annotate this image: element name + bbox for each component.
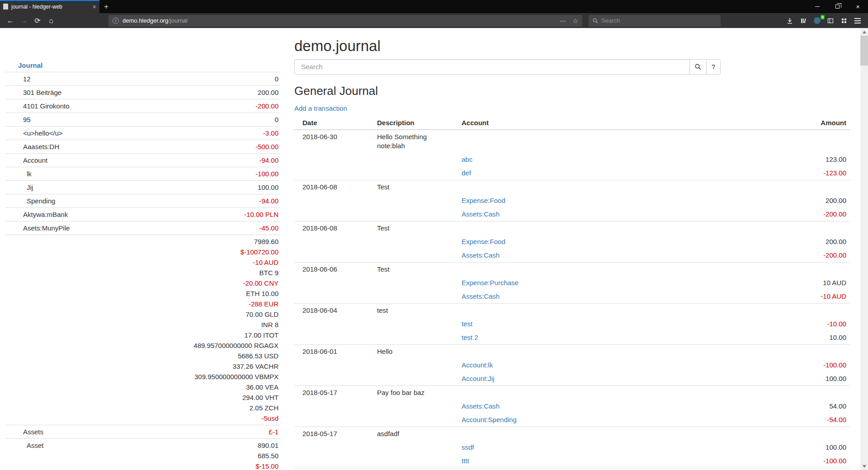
balance-amount: 0 xyxy=(275,114,278,125)
posting-account-link[interactable]: def xyxy=(462,169,471,177)
page-viewport: Journal 120301 Beiträge200.004101 Giroko… xyxy=(0,28,868,470)
transaction-description: Test xyxy=(373,468,458,470)
balance-amount: 200.00 xyxy=(258,87,278,98)
page-actions-icon[interactable]: ⋯ xyxy=(560,17,566,24)
search-help-button[interactable]: ? xyxy=(706,59,721,75)
transaction-description: test xyxy=(373,304,458,318)
balance-amount: -100.00 xyxy=(255,169,278,179)
balance-amount: -5usd xyxy=(193,413,278,423)
transaction-row[interactable]: 2018-06-30Hello Something note:blah xyxy=(294,130,850,153)
library-icon[interactable] xyxy=(797,15,810,27)
posting-row: Expense:Food200.00 xyxy=(294,235,850,249)
search-submit-button[interactable] xyxy=(689,59,707,75)
posting-row: ssdf100.00 xyxy=(294,441,850,454)
sidebar-account-link[interactable]: Asets:MunyPile xyxy=(5,223,70,233)
posting-account-link[interactable]: Account:lk xyxy=(462,361,493,369)
transaction-row[interactable]: 2018-06-01Hello xyxy=(294,345,850,359)
posting-account-link[interactable]: Expense:Purchase xyxy=(462,279,519,287)
posting-account-link[interactable]: Expense:Food xyxy=(462,197,505,204)
journal-search-input[interactable] xyxy=(294,59,690,75)
transaction-row[interactable]: 2018-05-17asdfadf xyxy=(294,427,850,441)
window-close-button[interactable]: × xyxy=(848,0,868,13)
extension-logo-icon xyxy=(814,17,821,24)
sidebar-journal-link[interactable]: Journal xyxy=(18,61,42,69)
transaction-row[interactable]: 2018-05-17Pay foo bar baz xyxy=(294,386,850,400)
sidebars-icon[interactable] xyxy=(824,15,837,27)
transaction-row[interactable]: 2018-06-04test xyxy=(294,304,850,318)
sidebar-account-link[interactable]: Aaasets:DH xyxy=(5,141,59,152)
reload-button[interactable]: ⟳ xyxy=(31,15,44,27)
posting-account-link[interactable]: Assets:Cash xyxy=(462,210,500,218)
menu-icon[interactable] xyxy=(851,15,864,27)
posting-account-link[interactable]: test xyxy=(462,320,472,328)
sidebar-account-link[interactable]: Asset xyxy=(5,440,44,451)
posting-amount: 100.00 xyxy=(764,441,850,454)
transaction-description: Test xyxy=(373,180,458,194)
hamburger-lines xyxy=(854,20,861,21)
vertical-scrollbar[interactable] xyxy=(860,28,868,470)
url-bar[interactable]: i demo.hledger.org /journal ⋯ ☆ xyxy=(108,15,582,27)
posting-account-link[interactable]: Account:Spending xyxy=(462,416,517,423)
transaction-row[interactable]: 2018-05-17Test xyxy=(294,468,850,470)
sidebar-account-link[interactable]: <u>hello</u> xyxy=(5,128,63,138)
balance-amount: 36.00 VEA xyxy=(193,382,278,392)
posting-account-link[interactable]: Account:Jij xyxy=(462,375,495,382)
posting-account-link[interactable]: abc xyxy=(462,155,472,163)
sidebar-accounts: 120301 Beiträge200.004101 Girokonto-200.… xyxy=(5,72,280,470)
balance-amount: 17.00 ITOT xyxy=(193,330,278,340)
browser-search-bar[interactable]: Search xyxy=(589,15,721,27)
sidebar-account-link[interactable]: 301 Beiträge xyxy=(5,87,61,98)
sidebar-account-link[interactable]: Account xyxy=(5,155,47,165)
bookmark-star-icon[interactable]: ☆ xyxy=(572,17,578,24)
sidebar-account-link[interactable]: Aktywa:mBank xyxy=(5,209,68,220)
transaction-row[interactable]: 2018-06-08Test xyxy=(294,180,850,194)
tab-close-icon[interactable]: × xyxy=(93,4,96,10)
posting-account-link[interactable]: tttt xyxy=(462,457,469,465)
sidebar-account-row: 950 xyxy=(5,113,280,126)
posting-account-link[interactable]: Expense:Food xyxy=(462,238,505,245)
window-restore-button[interactable] xyxy=(827,0,848,13)
transaction-row[interactable]: 2018-06-08Test xyxy=(294,221,850,235)
date-column-header: Date xyxy=(294,117,373,130)
sidebar-account-link[interactable]: Jij xyxy=(5,182,33,193)
site-info-icon[interactable]: i xyxy=(113,18,119,24)
transaction-date: 2018-06-08 xyxy=(294,180,373,194)
add-transaction-link[interactable]: Add a transaction xyxy=(294,104,347,112)
window-minimize-button[interactable] xyxy=(807,0,827,13)
sidebar-account-link[interactable]: Spending xyxy=(5,196,55,206)
posting-account-link[interactable]: Assets:Cash xyxy=(462,402,500,410)
posting-row: Assets:Cash-200.00 xyxy=(294,207,850,221)
scroll-down-button[interactable] xyxy=(860,462,868,470)
journal-rows: 2018-06-30Hello Something note:blahabc12… xyxy=(294,130,850,470)
account-balance: 7989.60$-100720.00-10 AUDBTC 9-20.00 CNY… xyxy=(193,236,278,423)
extension-icon[interactable]: 0 xyxy=(810,15,824,27)
posting-account-link[interactable]: ssdf xyxy=(462,443,474,451)
new-tab-button[interactable]: + xyxy=(99,0,113,13)
balance-amount: BTC 9 xyxy=(193,268,278,278)
transaction-row[interactable]: 2018-06-06Test xyxy=(294,263,850,277)
sidebar-account-link[interactable]: lk xyxy=(5,169,32,179)
browser-tab[interactable]: journal - hledger-web × xyxy=(0,0,99,13)
sidebar-account-link[interactable]: 4101 Girokonto xyxy=(5,101,70,111)
downloads-icon[interactable] xyxy=(783,15,797,27)
posting-account-link[interactable]: test 2 xyxy=(462,334,478,341)
sidebar-account-link[interactable]: 95 xyxy=(5,114,31,125)
home-button[interactable]: ⌂ xyxy=(44,15,58,27)
transaction-date: 2018-05-17 xyxy=(294,468,373,470)
tab-bar: journal - hledger-web × + × xyxy=(0,0,868,13)
tab-title: journal - hledger-web xyxy=(11,4,90,10)
scrollbar-thumb[interactable] xyxy=(860,36,868,66)
back-button[interactable]: ← xyxy=(4,15,17,27)
url-path: /journal xyxy=(168,17,188,24)
sidebar-account-link[interactable]: 12 xyxy=(5,74,31,84)
account-balance: -45.00 xyxy=(259,223,278,233)
search-icon xyxy=(593,18,598,24)
posting-account-link[interactable]: Assets:Cash xyxy=(462,251,500,259)
posting-account-link[interactable]: Assets:Cash xyxy=(462,292,500,300)
grid-icon[interactable] xyxy=(837,15,851,27)
sidebar-account-link[interactable]: Assets xyxy=(5,427,43,437)
transaction-description: asdfadf xyxy=(373,427,458,441)
forward-button[interactable]: → xyxy=(17,15,31,27)
scroll-up-button[interactable] xyxy=(860,28,868,36)
minimize-icon xyxy=(815,6,820,7)
